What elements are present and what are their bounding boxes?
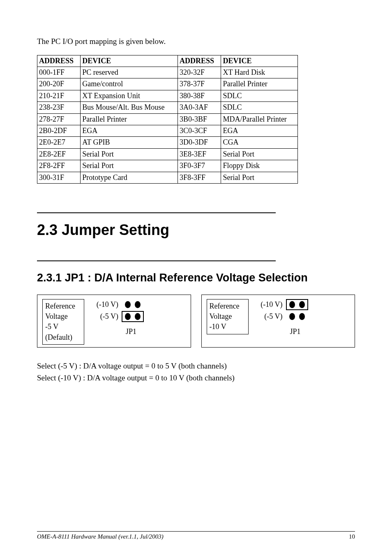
jumper-diagram-row: Reference Voltage -5 V (Default) (-10 V)… [37, 295, 355, 348]
cell: EGA [221, 125, 297, 137]
jumper-box-alt: Reference Voltage -10 V (-10 V) (-5 V) J… [201, 295, 355, 348]
jumper-pads-10v-selected [286, 299, 308, 310]
pad-icon [125, 313, 131, 320]
option-minus-10v: (-10 V) [92, 300, 118, 309]
option-minus-10v: (-10 V) [256, 300, 283, 309]
label-line: Voltage [45, 312, 68, 320]
cell: Floppy Disk [221, 160, 297, 172]
cell: CGA [221, 137, 297, 148]
cell: 278-27F [37, 113, 81, 125]
pad-icon [299, 301, 305, 308]
jumper-id: JP1 [290, 327, 300, 336]
cell: 210-21F [37, 90, 81, 101]
label-line: (Default) [45, 333, 72, 341]
cell: 300-31F [37, 172, 81, 183]
pad-icon [135, 301, 141, 308]
label-line: Reference [210, 302, 240, 310]
cell: 2B0-2DF [37, 125, 81, 137]
subsection-heading: 2.3.1 JP1 : D/A Internal Reference Volta… [37, 267, 355, 288]
cell: Serial Port [81, 160, 178, 172]
cell: XT Hard Disk [221, 67, 297, 78]
section-divider [37, 212, 276, 213]
label-line: -10 V [210, 322, 226, 331]
cell: SDLC [221, 90, 297, 101]
jumper-label-default: Reference Voltage -5 V (Default) [42, 299, 84, 345]
table-row: 2F8-2FFSerial Port3F0-3F7Floppy Disk [37, 160, 298, 172]
cell: 3F8-3FF [178, 172, 221, 183]
table-row: 000-1FFPC reserved320-32FXT Hard Disk [37, 67, 298, 78]
pad-icon [289, 313, 295, 320]
table-header-row: ADDRESS DEVICE ADDRESS DEVICE [37, 55, 298, 67]
cell: MDA/Parallel Printer [221, 113, 297, 125]
pad-icon [135, 313, 141, 320]
label-line: -5 V [45, 322, 58, 331]
cell: Serial Port [81, 148, 178, 160]
cell: EGA [81, 125, 178, 137]
cell: AT GPIB [81, 137, 178, 148]
cell: Game/control [81, 78, 178, 90]
selection-notes: Select (-5 V) : D/A voltage output = 0 t… [37, 360, 355, 384]
table-row: 238-23FBus Mouse/Alt. Bus Mouse3A0-3AFSD… [37, 102, 298, 113]
table-row: 278-27FParallel Printer3B0-3BFMDA/Parall… [37, 113, 298, 125]
io-port-table: ADDRESS DEVICE ADDRESS DEVICE 000-1FFPC … [37, 55, 298, 184]
table-row: 300-31FPrototype Card3F8-3FFSerial Port [37, 172, 298, 183]
cell: 2E8-2EF [37, 148, 81, 160]
cell: 200-20F [37, 78, 81, 90]
table-row: 200-20FGame/control378-37FParallel Print… [37, 78, 298, 90]
intro-text: The PC I/O port mapping is given below. [37, 37, 355, 47]
header-device-2: DEVICE [221, 55, 297, 67]
cell: 3B0-3BF [178, 113, 221, 125]
jumper-pads-5v [286, 311, 308, 322]
cell: 3E8-3EF [178, 148, 221, 160]
cell: Prototype Card [81, 172, 178, 183]
jumper-pads-5v-selected [122, 311, 144, 322]
pad-icon [289, 301, 295, 308]
header-device-1: DEVICE [81, 55, 178, 67]
table-row: 2B0-2DFEGA3C0-3CFEGA [37, 125, 298, 137]
pad-icon [299, 313, 305, 320]
note-line: Select (-10 V) : D/A voltage output = 0 … [37, 372, 355, 384]
jumper-graphic: (-10 V) (-5 V) JP1 [92, 299, 144, 336]
label-line: Reference [45, 302, 75, 310]
cell: XT Expansion Unit [81, 90, 178, 101]
cell: PC reserved [81, 67, 178, 78]
jumper-pads-10v [122, 299, 144, 310]
cell: Parallel Printer [221, 78, 297, 90]
table-row: 2E8-2EFSerial Port3E8-3EFSerial Port [37, 148, 298, 160]
cell: 3D0-3DF [178, 137, 221, 148]
cell: 3F0-3F7 [178, 160, 221, 172]
cell: 3A0-3AF [178, 102, 221, 113]
cell: 378-37F [178, 78, 221, 90]
note-line: Select (-5 V) : D/A voltage output = 0 t… [37, 360, 355, 372]
jumper-graphic: (-10 V) (-5 V) JP1 [256, 299, 308, 336]
cell: 000-1FF [37, 67, 81, 78]
option-minus-5v: (-5 V) [256, 312, 283, 321]
cell: Serial Port [221, 148, 297, 160]
cell: 238-23F [37, 102, 81, 113]
cell: 2E0-2E7 [37, 137, 81, 148]
pad-icon [125, 301, 131, 308]
table-row: 210-21FXT Expansion Unit380-38FSDLC [37, 90, 298, 101]
jumper-label-alt: Reference Voltage -10 V [207, 299, 249, 334]
cell: Parallel Printer [81, 113, 178, 125]
cell: Serial Port [221, 172, 297, 183]
cell: 380-38F [178, 90, 221, 101]
header-address-1: ADDRESS [37, 55, 81, 67]
jumper-id: JP1 [126, 327, 136, 336]
jumper-box-default: Reference Voltage -5 V (Default) (-10 V)… [37, 295, 191, 348]
cell: 2F8-2FF [37, 160, 81, 172]
header-address-2: ADDRESS [178, 55, 221, 67]
label-line: Voltage [210, 312, 232, 320]
option-minus-5v: (-5 V) [92, 312, 118, 321]
cell: 3C0-3CF [178, 125, 221, 137]
cell: 320-32F [178, 67, 221, 78]
cell: Bus Mouse/Alt. Bus Mouse [81, 102, 178, 113]
table-row: 2E0-2E7AT GPIB3D0-3DFCGA [37, 137, 298, 148]
section-heading: 2.3 Jumper Setting [37, 221, 355, 240]
cell: SDLC [221, 102, 297, 113]
subsection-divider [37, 260, 276, 261]
